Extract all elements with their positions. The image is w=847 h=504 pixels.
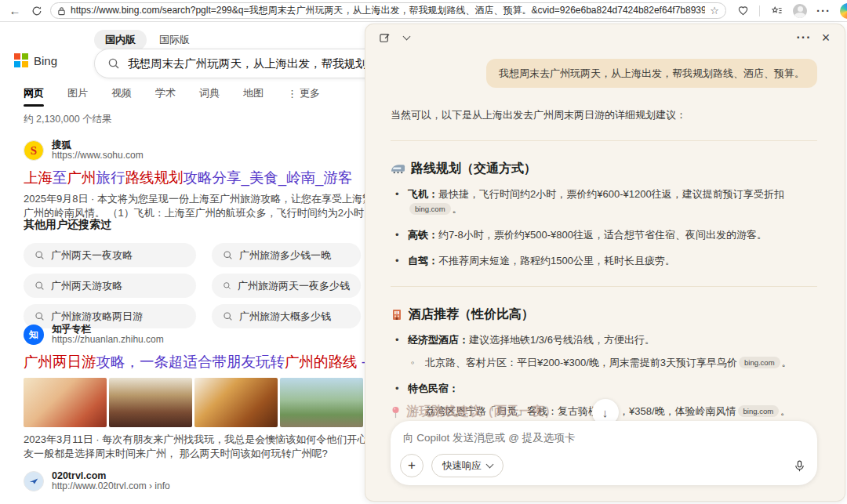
composer-input[interactable] (403, 432, 805, 444)
favorite-star-icon[interactable] (710, 5, 719, 16)
related-chip[interactable]: 广州两天一夜攻略 (24, 243, 196, 267)
favorites-hub-icon[interactable] (768, 2, 785, 20)
bullet-budget-hotel: 经济型酒店：建议选择地铁1/3/6号线沿线，方便出行。 北京路、客村片区：平日¥… (391, 332, 817, 370)
back-icon[interactable] (6, 2, 24, 20)
profile-avatar[interactable] (793, 4, 807, 18)
section-route-heading: 路线规划（交通方式） (391, 161, 817, 176)
search-icon (223, 311, 233, 321)
section-hotel-heading: H 酒店推荐（性价比高） (391, 306, 817, 321)
settings-menu-icon[interactable] (815, 2, 832, 20)
tab-academic[interactable]: 学术 (155, 86, 176, 107)
assistant-intro: 当然可以，以下是从上海出发去广州周末两日游的详细规划建议： (391, 107, 817, 122)
edition-international[interactable]: 国际版 (158, 30, 191, 50)
sub-bullet-beijinglu: 北京路、客村片区：平日¥200-¥300/晚，周末需提前3天预订享早鸟价bing… (408, 355, 817, 370)
site-name: 搜狐 (52, 140, 144, 150)
toolbar-right (734, 2, 847, 20)
address-bar[interactable] (50, 2, 726, 19)
tab-dictionary[interactable]: 词典 (199, 86, 220, 107)
results-count: 约 2,130,000 个结果 (24, 113, 112, 126)
site-url: http://www.020trvl.com › info (52, 481, 170, 492)
train-icon (391, 163, 405, 174)
related-chip[interactable]: 广州旅游多少钱一晚 (212, 243, 361, 267)
bing-logo-icon (14, 53, 28, 67)
sohu-favicon-icon: S (24, 140, 44, 161)
panel-close-icon[interactable] (816, 28, 835, 47)
020trvl-favicon-icon (24, 471, 44, 491)
hotel-icon: H (391, 308, 403, 321)
search-icon (223, 250, 233, 260)
edition-switch: 国内版 国际版 (94, 30, 191, 50)
svg-text:H: H (395, 310, 398, 314)
thumbnail-food-dish[interactable] (24, 378, 107, 427)
pin-icon (391, 406, 401, 419)
citation-badge[interactable]: bing.com (739, 357, 780, 368)
section-itinerary-heading-faded: 游玩路线建议（两天一夜） (391, 404, 557, 420)
site-name: 020trvl.com (52, 470, 170, 481)
copilot-header (365, 24, 845, 51)
panel-more-options-icon[interactable] (794, 28, 813, 47)
chevron-down-icon (486, 461, 494, 469)
related-chip[interactable]: 广州两天游攻略 (24, 274, 196, 298)
section-divider (391, 286, 817, 287)
site-name: 知乎专栏 (52, 324, 164, 335)
serp-tabs: 网页 图片 视频 学术 词典 地图 更多 (24, 86, 320, 107)
refresh-icon[interactable] (28, 2, 45, 20)
bullet-highspeed-rail: 高铁：约7-8小时，票价约¥500-¥800往返，适合想节省住宿、夜间出发的游客… (391, 227, 817, 242)
chat-list-chevron-icon[interactable] (397, 28, 416, 47)
site-url: https://zhuanlan.zhihu.com (52, 335, 164, 346)
site-url: https://www.sohu.com (52, 150, 144, 161)
tab-web[interactable]: 网页 (24, 86, 44, 107)
thumbnail-park-gate[interactable] (280, 378, 363, 427)
toolbar-divider (759, 5, 760, 16)
citation-badge[interactable]: bing.com (738, 405, 780, 417)
browser-essentials-icon[interactable] (734, 2, 751, 20)
quick-response-selector[interactable]: 快速响应 (431, 454, 503, 477)
chat-body: 我想周末去广州玩两天，从上海出发，帮我规划路线、酒店、预算。 当然可以，以下是从… (365, 59, 845, 437)
bullet-self-drive: 自驾：不推荐周末短途，路程约1500公里，耗时长且疲劳。 (391, 253, 817, 268)
section-divider (391, 140, 817, 141)
zhihu-favicon-icon: 知 (24, 325, 44, 345)
thumbnail-roast-goose[interactable] (194, 378, 278, 427)
copilot-toolbar-icon[interactable] (840, 3, 847, 19)
tab-images[interactable]: 图片 (67, 86, 88, 107)
message-composer: 快速响应 (391, 421, 817, 485)
browser-toolbar (0, 0, 847, 22)
bing-logo[interactable]: Bing (14, 53, 57, 67)
bing-logo-text: Bing (34, 54, 57, 67)
more-dots-icon (287, 88, 297, 100)
tab-maps[interactable]: 地图 (243, 86, 264, 107)
tab-more[interactable]: 更多 (287, 86, 320, 107)
microphone-icon[interactable] (793, 459, 806, 473)
add-attachment-button[interactable] (400, 454, 424, 477)
search-icon (35, 250, 45, 260)
related-chip[interactable]: 广州旅游两天一夜多少钱 (212, 274, 361, 298)
tab-videos[interactable]: 视频 (111, 86, 132, 107)
search-icon (35, 281, 45, 291)
search-icon (223, 281, 231, 291)
copilot-sidebar: 我想周末去广州玩两天，从上海出发，帮我规划路线、酒店、预算。 当然可以，以下是从… (365, 24, 845, 501)
lock-icon (57, 6, 66, 16)
search-icon (107, 57, 120, 70)
edition-domestic[interactable]: 国内版 (94, 30, 147, 50)
new-chat-icon[interactable] (375, 28, 394, 47)
url-input[interactable] (71, 5, 705, 16)
search-icon (35, 311, 45, 321)
thumbnail-restaurant[interactable] (109, 378, 192, 427)
user-message-bubble: 我想周末去广州玩两天，从上海出发，帮我规划路线、酒店、预算。 (486, 59, 817, 88)
bullet-flight: 飞机：最快捷，飞行时间约2小时，票价约¥600-¥1200往返，建议提前预订享受… (391, 187, 817, 216)
citation-badge[interactable]: bing.com (409, 203, 451, 215)
route-bullet-list: 飞机：最快捷，飞行时间约2小时，票价约¥600-¥1200往返，建议提前预订享受… (391, 187, 817, 268)
